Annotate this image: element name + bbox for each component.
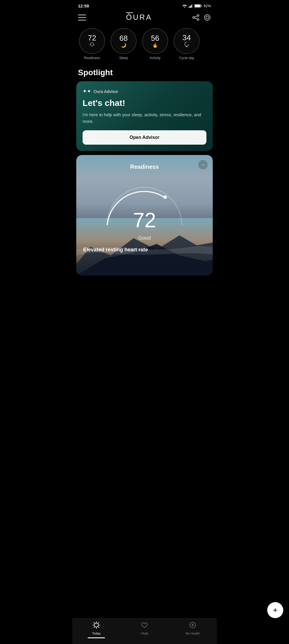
cycle-score[interactable]: 34 Cycle day (171, 28, 202, 60)
scores-row: 72 Readiness 68 🌙 Sleep 56 🔥 (72, 25, 217, 63)
svg-point-0 (184, 7, 185, 8)
app-header: ŌURA (72, 11, 217, 25)
readiness-gauge: 72 (99, 176, 190, 233)
svg-point-16 (163, 195, 167, 199)
svg-rect-6 (201, 5, 202, 7)
open-advisor-button[interactable]: Open Advisor (83, 130, 206, 145)
svg-point-10 (197, 19, 199, 20)
svg-point-9 (197, 15, 199, 16)
readiness-nav-button[interactable]: → (198, 160, 208, 170)
readiness-card-title: Readiness (130, 164, 159, 170)
readiness-card-inner: → Readiness 72 Good E (76, 155, 213, 276)
advisor-badge-text: Oura Advisor (93, 89, 118, 94)
readiness-card[interactable]: → Readiness 72 Good E (76, 155, 213, 276)
signal-icon (189, 4, 193, 8)
advisor-badge: ✦✦ Oura Advisor (83, 88, 206, 94)
time-display: 12:59 (78, 3, 89, 8)
spotlight-title: Spotlight (72, 63, 217, 81)
sparkle-icon: ✦✦ (83, 88, 91, 94)
readiness-score-large: 72 (133, 210, 156, 230)
svg-rect-7 (195, 5, 200, 7)
svg-rect-1 (189, 7, 190, 8)
advisor-body: I'm here to help with your sleep, activi… (83, 112, 206, 125)
battery-percentage: 92% (204, 4, 211, 8)
status-bar: 12:59 92% (72, 0, 217, 11)
svg-rect-2 (190, 6, 191, 8)
svg-rect-3 (191, 5, 192, 8)
svg-point-13 (204, 15, 210, 20)
svg-rect-4 (192, 4, 193, 8)
wifi-icon (182, 4, 187, 8)
cycle-icon (184, 42, 189, 48)
header-actions (192, 14, 211, 21)
advisor-headline: Let's chat! (83, 98, 206, 108)
oura-logo: ŌURA (126, 13, 152, 22)
readiness-score[interactable]: 72 Readiness (76, 28, 108, 60)
sleep-icon: 🌙 (121, 42, 126, 48)
readiness-note: Elevated resting heart rate (82, 247, 207, 253)
ring-icon[interactable] (204, 14, 211, 21)
spotlight-section: Spotlight ✦✦ Oura Advisor Let's chat! I'… (72, 63, 217, 276)
advisor-card[interactable]: ✦✦ Oura Advisor Let's chat! I'm here to … (76, 81, 213, 151)
svg-line-12 (194, 18, 197, 19)
svg-line-11 (194, 16, 197, 17)
readiness-icon (89, 42, 95, 48)
battery-icon (194, 4, 202, 8)
svg-point-8 (193, 17, 194, 18)
share-icon[interactable] (192, 14, 200, 21)
svg-point-14 (206, 16, 209, 19)
activity-icon: 🔥 (152, 42, 158, 48)
activity-score[interactable]: 56 🔥 Activity (139, 28, 171, 60)
readiness-status: Good (138, 235, 151, 241)
sleep-score[interactable]: 68 🌙 Sleep (108, 28, 139, 60)
menu-button[interactable] (78, 15, 86, 20)
status-icons: 92% (182, 4, 211, 8)
